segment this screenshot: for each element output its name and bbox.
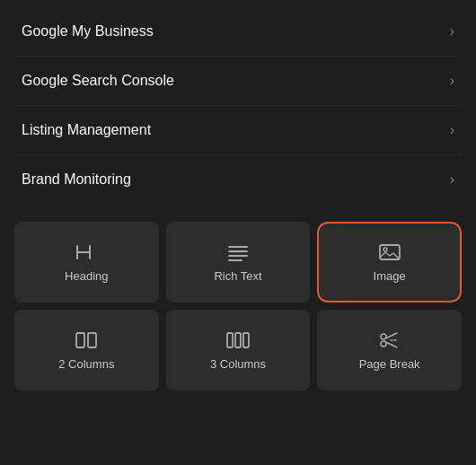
2-columns-icon bbox=[74, 330, 99, 350]
menu-item-label: Brand Monitoring bbox=[22, 171, 131, 188]
image-icon bbox=[377, 242, 402, 262]
sidebar-item-google-my-business[interactable]: Google My Business › bbox=[14, 7, 462, 57]
blocks-grid: Heading Rich Text Image bbox=[14, 222, 462, 390]
svg-rect-9 bbox=[76, 333, 84, 347]
block-image[interactable]: Image bbox=[317, 222, 462, 303]
chevron-right-icon: › bbox=[450, 122, 454, 138]
block-image-label: Image bbox=[374, 269, 406, 283]
svg-rect-11 bbox=[227, 333, 233, 347]
block-rich-text[interactable]: Rich Text bbox=[166, 222, 311, 303]
svg-line-16 bbox=[385, 333, 397, 338]
block-heading-label: Heading bbox=[65, 269, 108, 283]
block-page-break-label: Page Break bbox=[359, 357, 420, 371]
sidebar-item-google-search-console[interactable]: Google Search Console › bbox=[14, 57, 462, 106]
page-break-icon bbox=[377, 330, 402, 350]
block-2-columns[interactable]: 2 Columns bbox=[14, 310, 159, 390]
svg-rect-12 bbox=[235, 333, 241, 347]
sidebar-item-listing-management[interactable]: Listing Management › bbox=[14, 106, 462, 155]
heading-icon bbox=[74, 242, 99, 262]
chevron-right-icon: › bbox=[450, 23, 454, 39]
block-2-columns-label: 2 Columns bbox=[58, 357, 114, 371]
3-columns-icon bbox=[225, 330, 251, 350]
chevron-right-icon: › bbox=[450, 171, 454, 188]
chevron-right-icon: › bbox=[450, 73, 454, 89]
block-3-columns-label: 3 Columns bbox=[210, 357, 266, 371]
block-rich-text-label: Rich Text bbox=[214, 269, 261, 283]
block-page-break[interactable]: Page Break bbox=[317, 310, 462, 390]
svg-rect-13 bbox=[243, 333, 249, 347]
sidebar-item-brand-monitoring[interactable]: Brand Monitoring › bbox=[14, 155, 462, 204]
svg-line-17 bbox=[385, 342, 397, 347]
block-3-columns[interactable]: 3 Columns bbox=[166, 310, 311, 390]
menu-item-label: Listing Management bbox=[22, 122, 151, 138]
block-heading[interactable]: Heading bbox=[14, 222, 159, 303]
menu-item-label: Google Search Console bbox=[22, 73, 174, 89]
menu-list: Google My Business › Google Search Conso… bbox=[0, 0, 476, 204]
rich-text-icon bbox=[225, 242, 251, 262]
svg-point-8 bbox=[383, 248, 387, 251]
blocks-section: Heading Rich Text Image bbox=[0, 207, 476, 405]
menu-item-label: Google My Business bbox=[22, 23, 154, 39]
svg-rect-10 bbox=[88, 333, 96, 347]
